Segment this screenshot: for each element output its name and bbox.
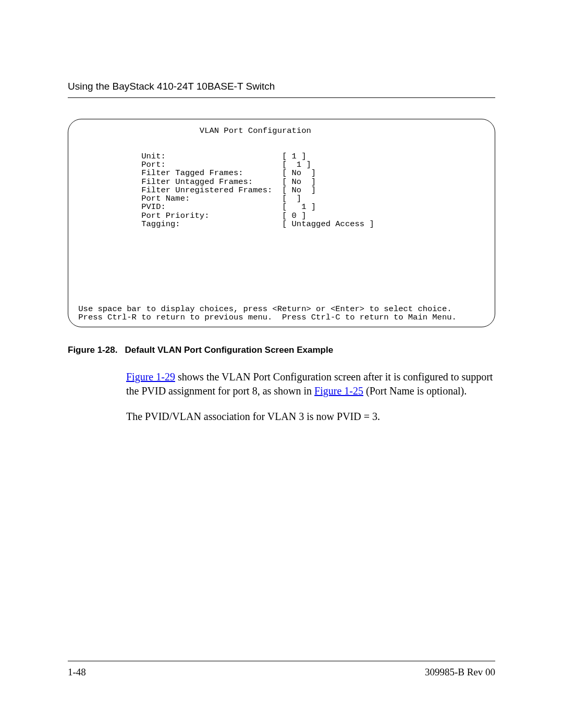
terminal-screen: VLAN Port Configuration Unit: [ 1 ] Port… bbox=[68, 119, 495, 327]
terminal-row-label: Tagging: bbox=[74, 219, 282, 229]
figure-title: Default VLAN Port Configuration Screen E… bbox=[125, 345, 334, 355]
paragraph: The PVID/VLAN association for VLAN 3 is … bbox=[126, 410, 495, 424]
paragraph: Figure 1-29 shows the VLAN Port Configur… bbox=[126, 370, 495, 398]
figure-label: Figure 1-28. bbox=[68, 345, 117, 355]
page-number: 1-48 bbox=[68, 667, 86, 678]
terminal-title: VLAN Port Configuration bbox=[74, 126, 311, 135]
terminal-help-line: Press Ctrl-R to return to previous menu.… bbox=[74, 313, 457, 322]
figure-link[interactable]: Figure 1-25 bbox=[314, 385, 363, 397]
figure-link[interactable]: Figure 1-29 bbox=[126, 371, 175, 382]
paragraph-text: (Port Name is optional). bbox=[363, 385, 467, 397]
page-footer: 1-48 309985-B Rev 00 bbox=[68, 661, 495, 678]
running-header: Using the BayStack 410-24T 10BASE-T Swit… bbox=[68, 81, 495, 98]
doc-revision: 309985-B Rev 00 bbox=[425, 667, 495, 678]
figure-caption: Figure 1-28. Default VLAN Port Configura… bbox=[68, 345, 495, 355]
page: Using the BayStack 410-24T 10BASE-T Swit… bbox=[0, 0, 563, 728]
terminal-row-value: [ Untagged Access ] bbox=[282, 219, 374, 229]
